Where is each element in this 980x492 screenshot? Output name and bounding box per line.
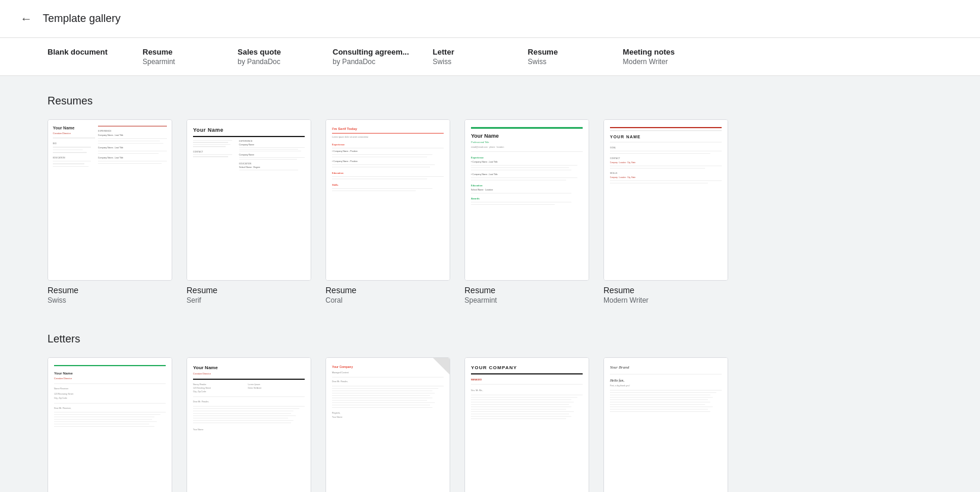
featured-item-letter-swiss[interactable]: LetterSwiss xyxy=(433,47,504,66)
featured-item-meeting-notes[interactable]: Meeting notesModern Writer xyxy=(623,47,694,66)
letters-section-title: Letters xyxy=(48,333,932,345)
template-thumb-resume-coral: I'm Serif Today Lorem ipsum dolor sit am… xyxy=(325,119,450,281)
template-type: Spearmint xyxy=(464,296,589,304)
featured-title: Consulting agreem... xyxy=(333,47,409,56)
template-card-letter-swiss[interactable]: YOUR COMPANY Managed Nov. Mr. Ms., xyxy=(464,357,589,492)
featured-sub: Swiss xyxy=(433,58,451,66)
resumes-section-title: Resumes xyxy=(48,95,932,107)
template-card-letter-modern[interactable]: Your Brand Hello fan, First, a big thank… xyxy=(603,357,728,492)
featured-item-resume-swiss2[interactable]: ResumeSwiss xyxy=(528,47,599,66)
featured-sub: by PandaDoc xyxy=(238,58,280,66)
template-card-resume-spearmint[interactable]: Your Name Professional Title email@email… xyxy=(464,119,589,304)
back-button[interactable]: ← xyxy=(14,7,38,31)
template-thumb-letter-modern: Your Brand Hello fan, First, a big thank… xyxy=(603,357,728,492)
template-thumb-resume-modern: YOUR NAME Goal Contact Company · Locatio… xyxy=(603,119,728,281)
template-card-letter-spearmint[interactable]: Your Name Creative Director Name Receive… xyxy=(48,357,172,492)
featured-title: Meeting notes xyxy=(623,47,675,56)
featured-item-blank[interactable]: Blank document xyxy=(48,47,119,56)
template-thumb-letter-swiss: YOUR COMPANY Managed Nov. Mr. Ms., xyxy=(464,357,589,492)
back-icon: ← xyxy=(20,12,32,26)
featured-sub: Swiss xyxy=(528,58,546,66)
template-name: Resume xyxy=(325,285,450,295)
template-label-resume-coral: Resume Coral xyxy=(325,285,450,304)
template-type: Serif xyxy=(186,296,311,304)
main-content: Resumes Your Name Creative Director Bio xyxy=(0,76,980,492)
featured-title: Sales quote xyxy=(238,47,281,56)
featured-item-consulting[interactable]: Consulting agreem...by PandaDoc xyxy=(333,47,409,66)
letters-section: Letters Your Name Creative Director Name… xyxy=(48,333,932,492)
template-thumb-resume-spearmint: Your Name Professional Title email@email… xyxy=(464,119,589,281)
template-thumb-resume-swiss: Your Name Creative Director Bio Educatio… xyxy=(48,119,172,281)
template-type: Modern Writer xyxy=(603,296,728,304)
template-card-letter-serif[interactable]: Your Name Creative Director Nancy Reader… xyxy=(186,357,311,492)
template-thumb-letter-spearmint: Your Name Creative Director Name Receive… xyxy=(48,357,172,492)
template-card-letter-pandadoc[interactable]: Your Company Managed Content Dear Mr. Re… xyxy=(325,357,450,492)
template-card-resume-coral[interactable]: I'm Serif Today Lorem ipsum dolor sit am… xyxy=(325,119,450,304)
resumes-grid: Your Name Creative Director Bio Educatio… xyxy=(48,119,932,304)
featured-templates-bar: Blank documentResumeSpearmintSales quote… xyxy=(0,38,980,76)
template-thumb-letter-pandadoc: Your Company Managed Content Dear Mr. Re… xyxy=(325,357,450,492)
template-label-resume-spearmint: Resume Spearmint xyxy=(464,285,589,304)
letters-grid: Your Name Creative Director Name Receive… xyxy=(48,357,932,492)
template-name: Resume xyxy=(603,285,728,295)
template-label-resume-modern: Resume Modern Writer xyxy=(603,285,728,304)
featured-title: Blank document xyxy=(48,47,108,56)
featured-sub: Modern Writer xyxy=(623,58,668,66)
featured-title: Resume xyxy=(143,47,173,56)
template-thumb-resume-serif: Your Name Contact xyxy=(186,119,311,281)
template-name: Resume xyxy=(186,285,311,295)
template-card-resume-modern[interactable]: YOUR NAME Goal Contact Company · Locatio… xyxy=(603,119,728,304)
template-type: Coral xyxy=(325,296,450,304)
template-thumb-letter-serif: Your Name Creative Director Nancy Reader… xyxy=(186,357,311,492)
template-type: Swiss xyxy=(48,296,172,304)
featured-title: Resume xyxy=(528,47,558,56)
featured-item-resume-spearmint[interactable]: ResumeSpearmint xyxy=(143,47,214,66)
featured-item-sales-quote[interactable]: Sales quoteby PandaDoc xyxy=(238,47,309,66)
template-label-resume-serif: Resume Serif xyxy=(186,285,311,304)
template-name: Resume xyxy=(48,285,172,295)
template-label-resume-swiss: Resume Swiss xyxy=(48,285,172,304)
featured-sub: by PandaDoc xyxy=(333,58,375,66)
template-name: Resume xyxy=(464,285,589,295)
featured-sub: Spearmint xyxy=(143,58,175,66)
template-card-resume-swiss[interactable]: Your Name Creative Director Bio Educatio… xyxy=(48,119,172,304)
page-title: Template gallery xyxy=(43,12,121,25)
resumes-section: Resumes Your Name Creative Director Bio xyxy=(48,95,932,304)
featured-title: Letter xyxy=(433,47,454,56)
app-header: ← Template gallery xyxy=(0,0,980,38)
template-card-resume-serif[interactable]: Your Name Contact xyxy=(186,119,311,304)
